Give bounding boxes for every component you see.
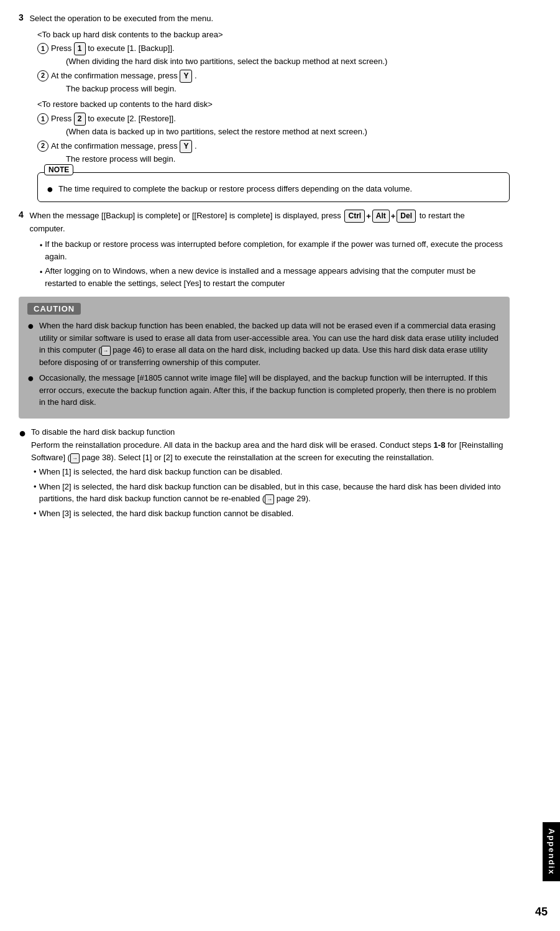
step-4-bullet-2-text: After logging on to Windows, when a new … [45,265,510,289]
caution-text-1: When the hard disk backup function has b… [39,320,501,368]
page-content: 3 Select the operation to be executed fr… [0,0,535,538]
disable-section: ● To disable the hard disk backup functi… [19,426,510,520]
backup-step-1-num: 1 [37,43,48,54]
kbd-combo: Ctrl + Alt + Del [344,210,416,223]
restore-step-1-num: 1 [37,113,48,124]
disable-dot: ● [19,427,26,439]
step-3-intro: Select the operation to be executed from… [29,12,502,25]
step-4-block: 4 When the message [[Backup] is complete… [19,210,510,290]
backup-label: <To back up hard disk contents to the ba… [37,29,510,41]
step-4-bullet-1-text: If the backup or restore process was int… [45,238,510,262]
page-number: 45 [535,906,548,919]
note-bullet-1: ● The time required to complete the back… [47,183,500,195]
backup-section: <To back up hard disk contents to the ba… [37,29,510,165]
disable-bullet-3: • When [3] is selected, the hard disk ba… [34,507,510,520]
key-1: 1 [74,42,86,55]
step-4-bullets: • If the backup or restore process was i… [37,238,510,289]
plus-2: + [391,210,396,223]
caution-dot-1: ● [27,320,34,333]
steps-bold: 1-8 [434,440,446,450]
disable-bullet-3-dot: • [34,507,37,520]
key-y-restore: Y [180,140,192,153]
restore-step-2-content: At the confirmation message, press Y . T… [51,140,510,165]
del-key: Del [397,210,416,223]
caution-text-2: Occasionally, the message [#1805 cannot … [39,372,501,409]
restore-step-2-indent: The restore process will begin. [66,153,510,165]
disable-content: To disable the hard disk backup function… [31,426,510,520]
caution-bullet-1: ● When the hard disk backup function has… [27,320,501,368]
disable-intro: To disable the hard disk backup function [31,426,510,438]
backup-step-1-indent: (When dividing the hard disk into two pa… [66,55,510,68]
disable-bullet-2: • When [2] is selected, the hard disk ba… [34,481,510,505]
restore-label: <To restore backed up contents to the ha… [37,98,510,111]
alt-key: Alt [372,210,390,223]
disable-bullet-2-dot: • [34,481,37,493]
step-3-block: 3 Select the operation to be executed fr… [19,12,510,165]
restore-step-1-content: Press 2 to execute [2. [Restore]]. (When… [51,113,510,138]
note-dot-1: ● [47,183,53,195]
note-text: The time required to complete the backup… [58,183,412,195]
note-tag: NOTE [44,164,73,175]
ref-icon-3: → [265,494,274,504]
note-box: NOTE ● The time required to complete the… [37,172,510,202]
disable-bullet-2-text: When [2] is selected, the hard disk back… [39,481,510,505]
backup-step-1: 1 Press 1 to execute [1. [Backup]]. (Whe… [37,42,510,68]
step-4-bullet-1: • If the backup or restore process was i… [40,238,510,262]
restore-step-2: 2 At the confirmation message, press Y .… [37,140,510,165]
ctrl-key: Ctrl [344,210,365,223]
plus-1: + [366,210,371,223]
restore-step-1-indent: (When data is backed up in two partition… [66,126,510,138]
bullet-dot-1: • [40,240,42,251]
disable-bullet-3-text: When [3] is selected, the hard disk back… [39,507,294,520]
caution-dot-2: ● [27,372,34,386]
backup-step-1-content: Press 1 to execute [1. [Backup]]. (When … [51,42,510,68]
appendix-tab: Appendix [543,822,560,881]
bullet-dot-2: • [40,267,42,278]
note-content: ● The time required to complete the back… [47,183,500,195]
backup-step-2: 2 At the confirmation message, press Y .… [37,70,510,95]
ref-icon-1: → [101,346,111,356]
step-4-intro: When the message [[Backup] is complete] … [29,210,502,235]
disable-bullet-1-dot: • [34,466,37,478]
key-y-backup: Y [180,70,192,83]
caution-tag: CAUTION [27,303,81,315]
backup-step-2-content: At the confirmation message, press Y . T… [51,70,510,95]
backup-step-2-num: 2 [37,70,48,81]
disable-bullet-1-text: When [1] is selected, the hard disk back… [39,466,283,478]
step-4-number: 4 [19,210,24,220]
restore-step-2-num: 2 [37,141,48,152]
caution-bullet-2: ● Occasionally, the message [#1805 canno… [27,372,501,409]
disable-para: Perform the reinstallation procedure. Al… [31,439,510,463]
step-3-number: 3 [19,12,24,22]
restore-step-1: 1 Press 2 to execute [2. [Restore]]. (Wh… [37,113,510,138]
caution-box: CAUTION ● When the hard disk backup func… [19,297,510,419]
disable-bullet-1: • When [1] is selected, the hard disk ba… [34,466,510,478]
backup-step-2-indent: The backup process will begin. [66,83,510,95]
ref-icon-2: → [70,453,80,463]
key-2: 2 [74,113,86,126]
step-4-bullet-2: • After logging on to Windows, when a ne… [40,265,510,289]
